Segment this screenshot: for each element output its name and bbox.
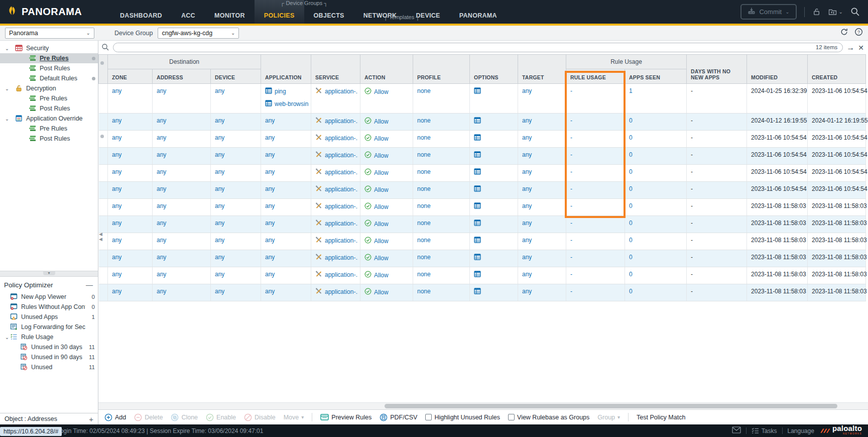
apps-seen-value[interactable]: 0 — [629, 271, 633, 278]
apps-seen-value[interactable]: 0 — [629, 220, 633, 227]
rule-usage-value[interactable]: - — [570, 151, 572, 158]
device-value[interactable]: any — [215, 168, 224, 175]
cell-value[interactable]: Allow — [374, 118, 389, 125]
rule-row[interactable]: anyanyanyanyapplication-...Allownoneany-… — [99, 199, 866, 216]
apps-seen-value[interactable]: 0 — [629, 288, 633, 295]
address-value[interactable]: any — [157, 134, 166, 141]
cell-value[interactable]: Allow — [374, 255, 389, 262]
device-value[interactable]: any — [215, 87, 224, 94]
rule-usage-value[interactable]: - — [570, 117, 572, 124]
profile-value[interactable]: none — [417, 202, 431, 209]
clone-button[interactable]: Clone — [171, 413, 198, 421]
col-rule-usage[interactable]: RULE USAGE — [566, 69, 625, 84]
chevron-expand-icon[interactable]: ⌄ — [4, 335, 10, 340]
row-gutter[interactable] — [99, 284, 108, 301]
profile-value[interactable]: none — [417, 271, 431, 278]
destination-group-header[interactable]: Destination — [108, 55, 261, 69]
col-created[interactable]: CREATED — [808, 55, 866, 84]
help-icon[interactable]: ? — [854, 28, 863, 38]
profile-value[interactable]: none — [417, 288, 431, 295]
cell-value[interactable]: application-... — [325, 203, 358, 210]
application-value[interactable]: any — [265, 151, 275, 158]
rule-row[interactable]: anyanyanyanyapplication-...Allownoneany-… — [99, 131, 866, 148]
address-value[interactable]: any — [157, 288, 166, 295]
test-policy-match-button[interactable]: Test Policy Match — [637, 414, 685, 421]
expand-panel-icon[interactable]: + — [89, 415, 93, 423]
config-save-load-icon[interactable]: ⌄ — [828, 8, 843, 16]
application-value[interactable]: any — [265, 134, 275, 141]
rule-usage-value[interactable]: - — [570, 87, 572, 94]
rule-usage-value[interactable]: - — [570, 254, 572, 261]
checkbox-icon[interactable] — [508, 414, 515, 420]
move-button[interactable]: Move▾ — [284, 414, 304, 421]
rule-usage-value[interactable]: - — [570, 185, 572, 192]
target-value[interactable]: any — [522, 117, 532, 124]
cell-value[interactable]: Allow — [374, 169, 389, 176]
target-value[interactable]: any — [522, 202, 532, 209]
col-action[interactable]: ACTION — [360, 55, 413, 84]
cell-value[interactable]: Allow — [374, 152, 389, 159]
row-gutter[interactable] — [99, 267, 108, 284]
address-value[interactable]: any — [157, 185, 166, 192]
chevron-expand-icon[interactable]: ⌄ — [4, 86, 10, 91]
context-select[interactable]: Panorama ⌄ — [5, 28, 94, 39]
scrollbar-thumb[interactable] — [385, 404, 837, 408]
device-value[interactable]: any — [215, 288, 224, 295]
rule-usage-value[interactable]: - — [570, 271, 572, 278]
col-service[interactable]: SERVICE — [311, 55, 360, 84]
cell-value[interactable]: application-... — [325, 169, 358, 176]
col-profile[interactable]: PROFILE — [413, 55, 470, 84]
chevron-expand-icon[interactable]: ⌄ — [4, 46, 10, 51]
delete-button[interactable]: Delete — [134, 413, 163, 421]
tab-acc[interactable]: ACC — [172, 12, 205, 24]
profile-value[interactable]: none — [417, 220, 431, 227]
address-value[interactable]: any — [157, 254, 166, 261]
apps-seen-value[interactable]: 0 — [629, 237, 633, 244]
apps-seen-value[interactable]: 0 — [629, 134, 633, 141]
profile-value[interactable]: none — [417, 117, 431, 124]
search-icon[interactable] — [850, 7, 860, 17]
col-zone[interactable]: ZONE — [108, 69, 153, 84]
zone-value[interactable]: any — [112, 87, 121, 94]
rule-usage-value[interactable]: - — [570, 237, 572, 244]
optimizer-item-rule-usage[interactable]: ⌄Rule Usage — [0, 332, 98, 342]
optimizer-item-unused-in-90-days[interactable]: Unused in 90 days11 — [0, 352, 98, 362]
panel-splitter[interactable]: ▾ — [0, 271, 98, 277]
target-value[interactable]: any — [522, 168, 532, 175]
sidebar-item-decryption[interactable]: ⌄Decryption — [0, 83, 98, 93]
device-value[interactable]: any — [215, 117, 224, 124]
profile-value[interactable]: none — [417, 134, 431, 141]
address-value[interactable]: any — [157, 168, 166, 175]
apps-seen-value[interactable]: 0 — [629, 117, 633, 124]
horizontal-scrollbar[interactable] — [98, 402, 868, 409]
rule-usage-value[interactable]: - — [570, 288, 572, 295]
cell-value[interactable]: application-... — [325, 271, 358, 278]
device-group-select[interactable]: cngfw-aws-kg-cdg ⌄ — [158, 28, 239, 39]
preview-rules-button[interactable]: Preview Rules — [320, 413, 371, 421]
application-value[interactable]: any — [265, 237, 275, 244]
rule-usage-value[interactable]: - — [570, 202, 572, 209]
application-value[interactable]: any — [265, 220, 275, 227]
device-value[interactable]: any — [215, 151, 224, 158]
row-gutter[interactable] — [99, 182, 108, 199]
cell-value[interactable]: Allow — [374, 203, 389, 210]
sidebar-item-pre-rules[interactable]: Pre Rules — [0, 53, 98, 63]
disable-button[interactable]: Disable — [244, 413, 276, 421]
cell-value[interactable]: application-... — [325, 135, 358, 142]
rule-usage-value[interactable]: - — [570, 220, 572, 227]
row-gutter[interactable] — [99, 114, 108, 131]
cell-value[interactable]: Allow — [374, 221, 389, 228]
col-application[interactable]: APPLICATION — [261, 55, 311, 84]
apps-seen-value[interactable]: 1 — [629, 87, 633, 94]
target-value[interactable]: any — [522, 87, 532, 94]
rule-row[interactable]: anyanyanyanyapplication-...Allownoneany-… — [99, 114, 866, 131]
rule-usage-group-header[interactable]: Rule Usage — [566, 55, 687, 69]
profile-value[interactable]: none — [417, 254, 431, 261]
col-address[interactable]: ADDRESS — [153, 69, 211, 84]
profile-value[interactable]: none — [417, 185, 431, 192]
address-value[interactable]: any — [157, 220, 166, 227]
optimizer-item-rules-without-app-controls[interactable]: Rules Without App Controls0 — [0, 302, 98, 312]
address-value[interactable]: any — [157, 151, 166, 158]
rule-row[interactable]: anyanyanyanyapplication-...Allownoneany-… — [99, 216, 866, 233]
sidebar-item-default-rules[interactable]: Default Rules — [0, 73, 98, 83]
